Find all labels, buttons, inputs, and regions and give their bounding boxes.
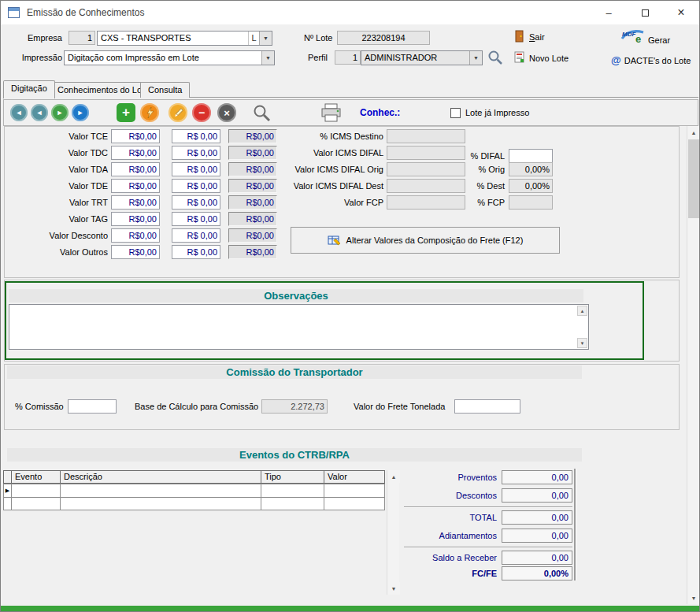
- scroll-down-icon[interactable]: ▼: [577, 338, 587, 348]
- perfil-code-field[interactable]: 1: [335, 50, 361, 65]
- main-scrollbar[interactable]: ▲ ▼: [687, 126, 699, 604]
- first-record-icon[interactable]: ◄: [10, 104, 28, 121]
- chevron-down-icon[interactable]: ▼: [261, 51, 274, 65]
- observacoes-title: Observações: [9, 289, 583, 302]
- perfil-combo[interactable]: ADMINISTRADOR ▼: [361, 50, 483, 65]
- minimize-button[interactable]: –: [591, 1, 627, 24]
- valor-tag-field-2[interactable]: R$ 0,00: [172, 212, 220, 226]
- empresa-combo[interactable]: CXS - TRANSPORTES L ▼: [97, 31, 272, 46]
- proventos-label: Proventos: [394, 473, 497, 482]
- grid-cell-valor[interactable]: [324, 497, 385, 510]
- chevron-down-icon[interactable]: ▼: [259, 32, 272, 45]
- valor-tde-label: Valor TDE: [24, 181, 108, 191]
- lote-field[interactable]: 223208194: [337, 31, 430, 45]
- grid-cell-evento[interactable]: [11, 484, 61, 498]
- icms-destino-label: % ICMS Destino: [281, 132, 383, 141]
- grid-header-descricao[interactable]: Descrição: [60, 470, 261, 484]
- grid-cell-descricao[interactable]: [60, 497, 261, 510]
- grid-header-evento[interactable]: Evento: [11, 470, 61, 484]
- print-button[interactable]: [320, 103, 342, 124]
- grid-cell-valor[interactable]: [324, 484, 385, 498]
- next-record-icon[interactable]: ►: [51, 104, 69, 121]
- tab-digitacao[interactable]: Digitação: [3, 80, 55, 98]
- tab-consulta-label: Consulta: [148, 85, 182, 95]
- edit-table-icon: [328, 235, 341, 246]
- valor-tag-field-1[interactable]: R$0,00: [111, 212, 160, 226]
- status-strip: [1, 606, 700, 612]
- edit-button[interactable]: [169, 103, 187, 122]
- valor-tdc-field-1[interactable]: R$0,00: [111, 146, 160, 160]
- valor-tde-field-1[interactable]: R$0,00: [111, 179, 160, 193]
- impressao-label: Impressão: [15, 53, 62, 62]
- valor-tda-field-1[interactable]: R$0,00: [111, 162, 160, 176]
- valor-tce-field-1[interactable]: R$0,00: [111, 129, 160, 143]
- grid-cell-descricao[interactable]: [60, 484, 261, 498]
- orig-pct-label: % Orig: [470, 165, 505, 174]
- frete-tonelada-field[interactable]: [454, 399, 520, 414]
- search-record-button[interactable]: [253, 104, 271, 124]
- icms-difal-orig-label: Valor ICMS DIFAL Orig: [281, 165, 383, 174]
- valor-tdc-label: Valor TDC: [24, 148, 108, 158]
- add-record-button[interactable]: +: [117, 103, 135, 122]
- eventos-title: Eventos do CTRB/RPA: [7, 448, 582, 462]
- scroll-down-icon[interactable]: ▼: [687, 592, 700, 604]
- valor-tde-field-2[interactable]: R$ 0,00: [172, 179, 220, 193]
- delete-button[interactable]: −: [192, 103, 211, 122]
- valor-trt-field-2[interactable]: R$ 0,00: [172, 195, 220, 210]
- scroll-up-icon[interactable]: ▲: [687, 126, 700, 139]
- grid-cell-tipo[interactable]: [261, 497, 324, 510]
- scroll-down-icon[interactable]: ▼: [387, 582, 400, 595]
- tab-consulta[interactable]: Consulta: [140, 82, 190, 98]
- icms-difal-orig-field: [387, 162, 465, 176]
- lote-ja-impresso-label: Lote já Impresso: [465, 108, 529, 117]
- maximize-button[interactable]: [627, 1, 663, 24]
- difal-pct-label: % DIFAL: [470, 151, 505, 161]
- valor-outros-field-1[interactable]: R$0,00: [111, 245, 160, 259]
- total-label: TOTAL: [394, 513, 497, 522]
- previous-record-icon[interactable]: ◄: [31, 104, 48, 121]
- observacoes-textarea[interactable]: ▲ ▼: [9, 304, 589, 350]
- proventos-value: 0,00: [502, 470, 572, 484]
- chevron-down-icon[interactable]: ▼: [469, 51, 482, 65]
- valor-outros-field-3: R$0,00: [228, 245, 277, 259]
- fcfe-value: 0,00%: [502, 566, 572, 580]
- valor-outros-field-2[interactable]: R$ 0,00: [172, 245, 220, 259]
- lightning-button[interactable]: [140, 103, 159, 122]
- novo-lote-button[interactable]: Novo Lote: [514, 51, 569, 65]
- valor-tce-field-2[interactable]: R$ 0,00: [172, 129, 220, 143]
- grid-header-tipo[interactable]: Tipo: [261, 470, 324, 484]
- perfil-search-icon[interactable]: [487, 50, 503, 67]
- nav-last-glyph: ►: [77, 109, 84, 117]
- icms-difal-label: Valor ICMS DIFAL: [281, 148, 383, 158]
- door-icon: [514, 30, 524, 44]
- valor-desconto-field-1[interactable]: R$0,00: [111, 228, 160, 243]
- valor-tda-field-2[interactable]: R$ 0,00: [172, 162, 220, 176]
- gerar-button[interactable]: MDF e Gerar: [620, 26, 670, 46]
- impressao-combo[interactable]: Digitação com Impressão em Lote ▼: [64, 50, 275, 65]
- cancel-button[interactable]: ×: [217, 103, 236, 122]
- alterar-composicao-button[interactable]: Alterar Valores da Composição do Frete (…: [291, 227, 560, 254]
- scrollbar-thumb[interactable]: [688, 139, 699, 218]
- valor-tda-field-3: R$0,00: [228, 162, 277, 176]
- valor-trt-field-1[interactable]: R$0,00: [111, 195, 160, 210]
- empresa-code-field[interactable]: 1: [69, 31, 95, 45]
- grid-header-valor[interactable]: Valor: [324, 470, 385, 484]
- lote-ja-impresso-checkbox[interactable]: [450, 108, 461, 118]
- plus-icon: +: [122, 105, 130, 121]
- grid-cell-evento[interactable]: [11, 497, 61, 510]
- last-record-icon[interactable]: ►: [72, 104, 89, 121]
- valor-tdc-field-2[interactable]: R$ 0,00: [172, 146, 220, 160]
- close-button[interactable]: ×: [663, 1, 699, 24]
- app-icon: [8, 7, 20, 18]
- empresa-combo-suffix: L: [248, 32, 259, 45]
- comissao-pct-field[interactable]: [68, 399, 117, 414]
- valor-tde-field-3: R$0,00: [228, 179, 277, 193]
- difal-pct-field[interactable]: [509, 149, 553, 163]
- scroll-up-icon[interactable]: ▲: [577, 306, 587, 316]
- dacte-button[interactable]: @ DACTE's do Lote: [611, 54, 691, 66]
- grid-cell-tipo[interactable]: [261, 484, 324, 498]
- sair-button[interactable]: Sair: [514, 30, 545, 44]
- valor-desconto-field-2[interactable]: R$ 0,00: [172, 228, 220, 243]
- dest-pct-label: % Dest: [470, 181, 505, 191]
- frete-tonelada-label: Valor do Frete Tonelada: [354, 402, 445, 411]
